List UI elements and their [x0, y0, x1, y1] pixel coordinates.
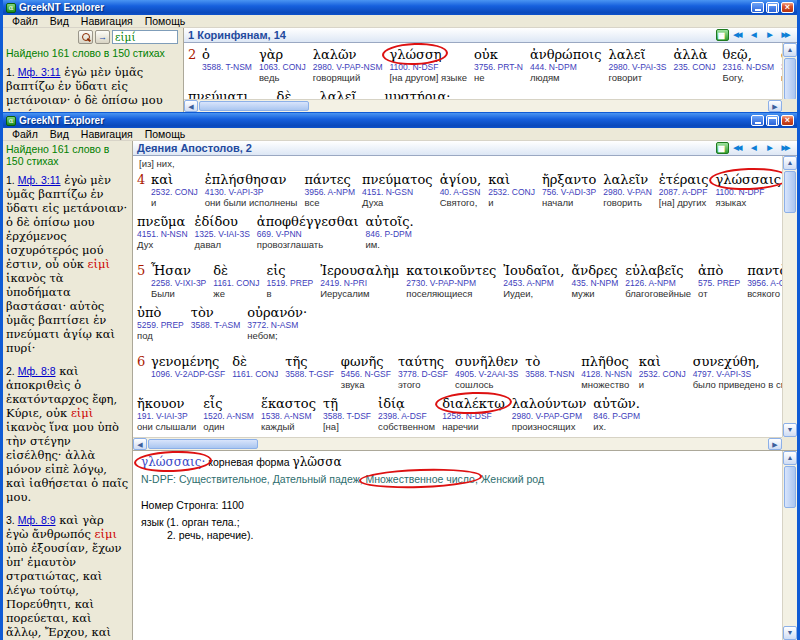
scroll-left-icon[interactable]: ◀ [184, 100, 198, 112]
word-column[interactable]: ταύτης3778. D-GSFэтого [398, 354, 448, 390]
menu-item[interactable]: Помощь [139, 15, 192, 27]
word-column[interactable]: ὑπὸ5259. PREPпод [137, 305, 184, 341]
word-column[interactable]: Ἰερουσαλὴμ2419. N-PRIИерусалим [320, 263, 399, 299]
word-column[interactable]: καὶ2532. CONJи [488, 172, 535, 208]
scroll-up-icon[interactable]: ▲ [783, 451, 797, 465]
word-column[interactable]: οὐρανόν·3772. N-ASMнебом; [247, 305, 307, 341]
word-column[interactable]: γλώσσῃ1100. N-DSF[на другом] языке [389, 47, 467, 83]
word-column[interactable]: πλῆθος4128. N-NSNмножество [581, 354, 632, 390]
scroll-thumb[interactable] [784, 466, 796, 508]
verse-link[interactable]: Мф. 8:8 [18, 365, 56, 377]
verse-link[interactable]: Мф. 3:11 [18, 174, 61, 186]
titlebar[interactable]: α GreekNT Explorer × [3, 0, 797, 15]
word-column[interactable]: γενομένης1096. V-2ADP-GSF [151, 354, 225, 390]
word-column[interactable]: δὲ1161. CONJже [213, 263, 259, 299]
word-column[interactable]: κατοικοῦντες2730. V-PAP-NPMпоселяющиеся [406, 263, 496, 299]
scroll-right-icon[interactable]: ▶ [768, 100, 782, 112]
word-column[interactable]: γὰρ1063. CONJведь [259, 47, 306, 83]
word-column[interactable]: ἕκαστος1538. A-NSMкаждый [261, 396, 316, 432]
close-button[interactable]: × [781, 2, 794, 13]
word-column[interactable]: τὸν3588. T-ASM [191, 305, 240, 341]
word-column[interactable]: καὶ2532. CONJи [639, 354, 686, 390]
minimize-button[interactable] [751, 115, 764, 126]
word-column[interactable]: εὐλαβεῖς2126. A-NPMблагоговейные [625, 263, 691, 299]
minimize-button[interactable] [751, 2, 764, 13]
search-result[interactable]: 3. Мф. 8:9 καὶ γὰρ ἐγὼ ἄνθρωπός εἰμι ὑπὸ… [6, 513, 129, 639]
word-column[interactable]: πάντες3956. A-NPMвсе [304, 172, 355, 208]
chapter-list-icon[interactable]: ▦ [716, 142, 729, 154]
horizontal-scrollbar[interactable]: ◀ ▶ [184, 99, 782, 112]
word-column[interactable]: ἤκουον191. V-IAI-3Pони слышали [137, 396, 196, 432]
menu-item[interactable]: Вид [44, 15, 75, 27]
word-column[interactable]: ἤρξαντο756. V-ADI-3Pначали [542, 172, 596, 208]
word-column[interactable]: λαλεῖ2980. V-PAI-3Sговорит [608, 47, 666, 83]
find-next-icon[interactable]: → [95, 30, 110, 44]
maximize-button[interactable] [766, 115, 779, 126]
menu-item[interactable]: Помощь [139, 128, 192, 140]
scroll-right-icon[interactable]: ▶ [768, 438, 782, 450]
word-column[interactable]: πνεύματι [188, 89, 249, 99]
menu-item[interactable]: Навигация [75, 15, 139, 27]
scroll-down-icon[interactable]: ▼ [783, 626, 797, 640]
search-result[interactable]: 2. Мф. 8:8 καὶ ἀποκριθεὶς ὁ ἑκατόνταρχος… [6, 364, 129, 504]
first-chapter-icon[interactable]: ◀◀ [731, 142, 745, 154]
search-input[interactable] [112, 30, 178, 44]
word-column[interactable]: διαλέκτῳ1258. N-DSFнаречии [442, 396, 505, 432]
word-column[interactable]: τῇ3588. T-DSF[на] [323, 396, 371, 432]
menu-item[interactable]: Файл [6, 128, 44, 140]
next-chapter-icon[interactable]: ▶ [763, 142, 777, 154]
scroll-left-icon[interactable]: ◀ [133, 438, 147, 450]
vertical-scrollbar[interactable]: ▲ ▼ [782, 156, 797, 437]
word-column[interactable]: φωνῆς5456. N-GSFзвука [341, 354, 391, 390]
word-column[interactable]: λαλῶν2980. V-PAP-NSMговорящий [313, 47, 383, 83]
word-column[interactable]: ἰδίᾳ2398. A-DSFсобственном [378, 396, 435, 432]
prev-chapter-icon[interactable]: ◀ [747, 29, 761, 41]
word-column[interactable]: αὐτοῖς.846. P-DPMим. [366, 214, 414, 250]
word-column[interactable]: τὸ3588. T-NSN [525, 354, 574, 390]
chapter-list-icon[interactable]: ▦ [716, 29, 729, 41]
word-column[interactable]: ἑτέραις2087. A-DPF[на] других [659, 172, 709, 208]
last-chapter-icon[interactable]: ▶▶ [779, 29, 793, 41]
word-column[interactable]: πνεύματος4151. N-GSNДуха [362, 172, 433, 208]
word-column[interactable]: συνεχύθη,4797. V-API-3Sбыло приведено в … [693, 354, 782, 390]
last-chapter-icon[interactable]: ▶▶ [779, 142, 793, 154]
prev-chapter-icon[interactable]: ◀ [747, 142, 761, 154]
word-column[interactable]: εἰς1519. PREPв [266, 263, 313, 299]
word-column[interactable]: εἷς1520. A-NSMодин [203, 396, 254, 432]
scroll-up-icon[interactable]: ▲ [783, 43, 797, 57]
word-column[interactable]: Ἰουδαῖοι,2453. A-NPMИудеи, [503, 263, 564, 299]
scroll-up-icon[interactable]: ▲ [783, 156, 797, 170]
word-column[interactable]: ὁ3588. T-NSM [202, 47, 252, 83]
word-column[interactable]: δὲ1161. CONJ [232, 354, 278, 390]
next-chapter-icon[interactable]: ▶ [763, 29, 777, 41]
info-vertical-scrollbar[interactable]: ▲ ▼ [782, 451, 797, 640]
scroll-thumb[interactable] [199, 101, 309, 111]
word-column[interactable]: ἐδίδου1325. V-IAI-3Sдавал [195, 214, 250, 250]
word-column[interactable]: θεῷ,2316. N-DSMБогу, [722, 47, 774, 83]
word-column[interactable]: λαλούντων2980. V-PAP-GPMпроизносящих [512, 396, 587, 432]
maximize-button[interactable] [766, 2, 779, 13]
search-result[interactable]: 1. Мф. 3:11 ἐγὼ μὲν ὑμᾶς βαπτίζω ἐν ὕδατ… [6, 173, 129, 355]
menu-item[interactable]: Навигация [75, 128, 139, 140]
verse-link[interactable]: Мф. 3:11 [18, 66, 61, 78]
word-column[interactable]: λαλεῖ [319, 89, 356, 99]
word-column[interactable]: ἄνδρες435. N-NPMмужи [571, 263, 618, 299]
verse-link[interactable]: Мф. 8:9 [18, 514, 56, 526]
first-chapter-icon[interactable]: ◀◀ [731, 29, 745, 41]
word-column[interactable]: ἀπὸ575. PREPот [698, 263, 740, 299]
word-column[interactable]: ἐπλήσθησαν4130. V-API-3Pони были исполне… [205, 172, 298, 208]
horizontal-scrollbar[interactable]: ◀ ▶ [133, 437, 782, 450]
search-icon[interactable] [78, 30, 93, 44]
word-column[interactable]: λαλεῖν2980. V-PANговорить [603, 172, 652, 208]
word-column[interactable]: Ἦσαν2258. V-IXI-3PБыли [151, 263, 206, 299]
word-column[interactable]: μυστήρια· [385, 89, 451, 99]
scroll-thumb[interactable] [784, 58, 796, 100]
word-column[interactable]: γλώσσαις1100. N-DPFязыках [716, 172, 782, 208]
word-column[interactable]: παντὸς3956. A-GSNвсякого [747, 263, 782, 299]
word-column[interactable]: καὶ2532. CONJи [151, 172, 198, 208]
word-column[interactable]: δὲ [277, 89, 292, 99]
word-column[interactable]: συνῆλθεν4905. V-2AAI-3Sсошлось [455, 354, 518, 390]
word-column[interactable]: ἀποφθέγγεσθαι669. V-PNNпровозглашать [257, 214, 359, 250]
word-column[interactable]: αὐτῶν.846. P-GPMих. [593, 396, 640, 432]
search-result[interactable]: 1. Мф. 3:11 ἐγὼ μὲν ὑμᾶς βαπτίζω ἐν ὕδατ… [6, 65, 180, 112]
